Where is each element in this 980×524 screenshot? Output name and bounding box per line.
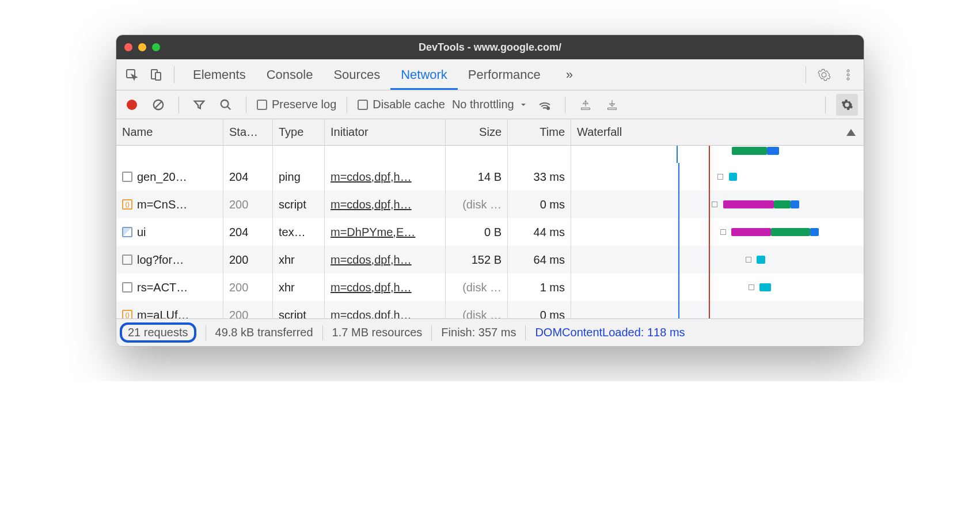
tab-elements[interactable]: Elements — [183, 59, 256, 90]
divider — [806, 66, 806, 83]
inspect-element-icon[interactable] — [122, 65, 142, 85]
svg-point-8 — [221, 100, 229, 107]
export-har-icon[interactable] — [602, 95, 622, 115]
throttling-value: No throttling — [452, 98, 514, 111]
request-type: xhr — [273, 274, 325, 301]
window-title: DevTools - www.google.com/ — [116, 41, 864, 54]
request-row[interactable]: ui204tex…m=DhPYme,E…0 B44 ms — [116, 218, 864, 246]
request-initiator[interactable]: m=cdos,dpf,h… — [331, 253, 412, 267]
request-initiator[interactable]: m=cdos,dpf,h… — [331, 281, 412, 294]
svg-point-5 — [847, 78, 849, 80]
overflow-tabs-button[interactable]: » — [556, 59, 583, 90]
table-header: Name Sta… Type Initiator Size Time Water… — [116, 119, 864, 146]
request-time: 44 ms — [508, 218, 571, 246]
request-status: 200 — [223, 191, 273, 218]
traffic-lights — [124, 43, 160, 51]
svg-line-9 — [227, 106, 231, 109]
requests-count: 21 requests — [120, 322, 196, 343]
request-type: xhr — [273, 246, 325, 274]
clear-button[interactable] — [149, 95, 168, 115]
maximize-window-button[interactable] — [152, 43, 160, 51]
kebab-menu-icon[interactable] — [838, 65, 858, 85]
file-type-icon: ⟨⟩ — [122, 310, 132, 318]
network-conditions-icon[interactable] — [535, 95, 554, 115]
request-size: (disk … — [446, 301, 508, 318]
request-initiator[interactable]: m=cdos,dpf,h… — [331, 170, 412, 184]
file-type-icon — [122, 172, 132, 182]
divider — [565, 96, 565, 113]
filter-icon[interactable] — [189, 95, 209, 115]
request-row[interactable]: ⟨⟩m=aLUf…200scriptm=cdos,dpf,h…(disk …0 … — [116, 301, 864, 318]
chevron-down-icon — [519, 100, 528, 109]
record-button[interactable] — [122, 95, 142, 115]
minimize-window-button[interactable] — [138, 43, 146, 51]
divider — [347, 96, 347, 113]
request-status: 200 — [223, 274, 273, 301]
request-name: rs=ACT… — [137, 281, 188, 294]
request-row[interactable]: ⟨⟩m=CnS…200scriptm=cdos,dpf,h…(disk …0 m… — [116, 191, 864, 218]
file-type-icon — [122, 227, 132, 237]
settings-gear-icon[interactable] — [814, 65, 834, 85]
col-name[interactable]: Name — [116, 119, 223, 145]
divider — [825, 96, 826, 113]
request-initiator[interactable]: m=cdos,dpf,h… — [331, 198, 412, 211]
request-name: ui — [137, 226, 146, 239]
request-name: m=aLUf… — [137, 309, 189, 319]
request-type: script — [273, 191, 325, 218]
request-initiator[interactable]: m=cdos,dpf,h… — [331, 309, 412, 319]
request-name: gen_20… — [137, 170, 187, 184]
col-time[interactable]: Time — [508, 119, 571, 145]
tab-performance[interactable]: Performance — [458, 59, 551, 90]
request-time: 1 ms — [508, 274, 571, 301]
tab-network[interactable]: Network — [390, 59, 458, 90]
throttling-select[interactable]: No throttling — [452, 98, 528, 111]
svg-point-10 — [546, 107, 550, 110]
col-status[interactable]: Sta… — [223, 119, 273, 145]
preserve-log-label: Preserve log — [272, 98, 336, 111]
device-toolbar-icon[interactable] — [146, 65, 166, 85]
request-waterfall — [571, 163, 864, 191]
tab-sources[interactable]: Sources — [323, 59, 390, 90]
request-time: 33 ms — [508, 163, 571, 191]
request-size: (disk … — [446, 274, 508, 301]
col-waterfall[interactable]: Waterfall — [571, 119, 864, 145]
request-name: m=CnS… — [137, 198, 187, 211]
request-status: 204 — [223, 218, 273, 246]
sort-indicator-icon — [846, 129, 856, 136]
disable-cache-label: Disable cache — [373, 98, 445, 111]
request-status: 200 — [223, 301, 273, 318]
col-initiator[interactable]: Initiator — [325, 119, 446, 145]
transferred-size: 49.8 kB transferred — [215, 326, 313, 339]
svg-rect-12 — [607, 108, 616, 109]
search-icon[interactable] — [216, 95, 235, 115]
request-row[interactable]: rs=ACT…200xhrm=cdos,dpf,h…(disk …1 ms — [116, 274, 864, 301]
col-type[interactable]: Type — [273, 119, 325, 145]
file-type-icon: ⟨⟩ — [122, 199, 132, 210]
preserve-log-checkbox[interactable]: Preserve log — [257, 98, 336, 111]
network-settings-icon[interactable] — [836, 94, 858, 116]
divider — [178, 96, 179, 113]
request-status: 200 — [223, 246, 273, 274]
svg-point-4 — [847, 74, 849, 76]
request-row[interactable]: log?for…200xhrm=cdos,dpf,h…152 B64 ms — [116, 246, 864, 274]
divider — [246, 96, 246, 113]
disable-cache-checkbox[interactable]: Disable cache — [358, 98, 445, 111]
request-size: (disk … — [446, 191, 508, 218]
file-type-icon — [122, 255, 132, 265]
devtools-window: DevTools - www.google.com/ ElementsConso… — [116, 35, 864, 347]
request-size: 152 B — [446, 246, 508, 274]
panel-tabs: ElementsConsoleSourcesNetworkPerformance… — [116, 59, 864, 90]
request-initiator[interactable]: m=DhPYme,E… — [331, 226, 415, 239]
col-size[interactable]: Size — [446, 119, 508, 145]
svg-rect-2 — [155, 73, 161, 80]
svg-line-7 — [155, 101, 162, 108]
close-window-button[interactable] — [124, 43, 132, 51]
network-toolbar: Preserve log Disable cache No throttling — [116, 90, 864, 119]
request-row[interactable]: gen_20…204pingm=cdos,dpf,h…14 B33 ms — [116, 163, 864, 191]
finish-time: Finish: 357 ms — [441, 326, 516, 339]
network-table: Name Sta… Type Initiator Size Time Water… — [116, 119, 864, 318]
request-size: 0 B — [446, 218, 508, 246]
file-type-icon — [122, 282, 132, 293]
import-har-icon[interactable] — [576, 95, 595, 115]
tab-console[interactable]: Console — [256, 59, 324, 90]
